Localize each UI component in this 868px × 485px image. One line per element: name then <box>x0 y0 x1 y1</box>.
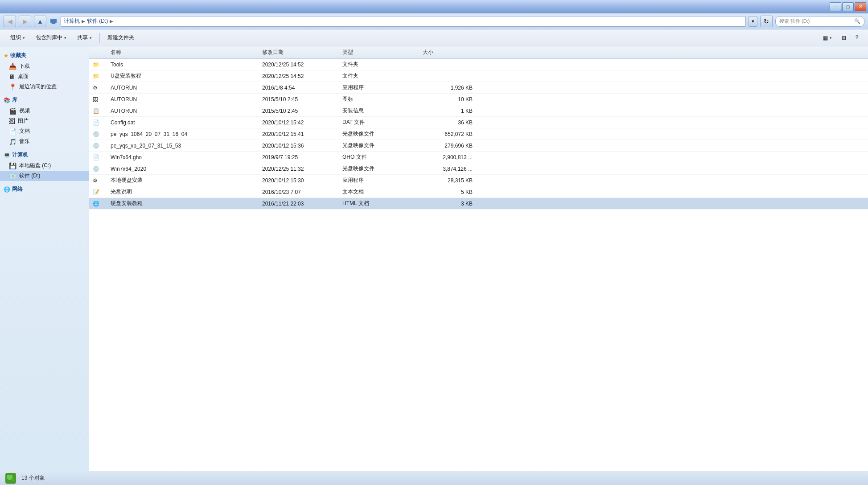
toolbar: 组织 ▾ 包含到库中 ▾ 共享 ▾ 新建文件夹 ▦ ▾ ⊞ ？ <box>0 29 868 46</box>
search-placeholder-text: 搜索 软件 (D:) <box>779 18 810 25</box>
toolbar-separator <box>99 33 100 43</box>
table-row[interactable]: ⚙AUTORUN2016/1/8 4:54应用程序1,926 KB <box>89 82 868 94</box>
table-row[interactable]: 💿pe_yqs_xp_20_07_31_15_532020/10/12 15:3… <box>89 140 868 152</box>
file-type: 文件夹 <box>341 61 421 68</box>
recent-label: 最近访问的位置 <box>19 83 57 90</box>
sidebar-item-video[interactable]: 🎬 视频 <box>0 106 89 116</box>
table-row[interactable]: 📋AUTORUN2015/5/10 2:45安装信息1 KB <box>89 105 868 117</box>
file-type-icon: ⚙ <box>91 177 109 184</box>
file-date: 2020/10/12 15:42 <box>260 119 341 126</box>
help-button[interactable]: ？ <box>851 32 863 44</box>
col-header-type[interactable]: 类型 <box>341 49 421 56</box>
file-name: 硬盘安装教程 <box>109 200 260 207</box>
status-icon <box>5 473 16 484</box>
search-icon: 🔍 <box>854 18 860 24</box>
sidebar-network-section: 🌐 网络 <box>0 184 89 195</box>
address-path[interactable]: 计算机 ▶ 软件 (D:) ▶ <box>61 16 746 27</box>
file-name: Config.dat <box>109 119 260 126</box>
pane-icon: ⊞ <box>842 35 846 41</box>
sidebar: ★ 收藏夹 📥 下载 🖥 桌面 📍 最近访问的位置 📚 库 <box>0 46 89 471</box>
video-icon: 🎬 <box>9 107 16 115</box>
downloads-label: 下载 <box>19 62 30 70</box>
file-type: 光盘映像文件 <box>341 142 421 149</box>
up-button[interactable]: ▲ <box>34 16 46 27</box>
file-name: AUTORUN <box>109 85 260 91</box>
music-label: 音乐 <box>19 138 30 145</box>
table-row[interactable]: 📄Win7x64.gho2019/9/7 19:25GHO 文件2,900,81… <box>89 152 868 163</box>
organize-button[interactable]: 组织 ▾ <box>5 32 30 44</box>
sidebar-item-d-drive[interactable]: 💿 软件 (D:) <box>0 171 89 181</box>
svg-rect-0 <box>50 19 57 23</box>
library-icon: 📚 <box>4 97 10 103</box>
sidebar-item-music[interactable]: 🎵 音乐 <box>0 136 89 147</box>
file-name: 光盘说明 <box>109 188 260 196</box>
sidebar-item-desktop[interactable]: 🖥 桌面 <box>0 71 89 82</box>
library-button[interactable]: 包含到库中 ▾ <box>31 32 71 44</box>
table-row[interactable]: ⚙本地硬盘安装2020/10/12 15:30应用程序28,315 KB <box>89 175 868 186</box>
table-row[interactable]: 📝光盘说明2016/10/23 7:07文本文档5 KB <box>89 186 868 198</box>
address-dropdown-button[interactable]: ▼ <box>749 16 757 27</box>
sidebar-item-recent[interactable]: 📍 最近访问的位置 <box>0 82 89 92</box>
col-header-size[interactable]: 大小 <box>421 49 474 56</box>
forward-button[interactable]: ▶ <box>19 16 31 27</box>
sidebar-item-downloads[interactable]: 📥 下载 <box>0 61 89 71</box>
computer-label: 计算机 <box>12 151 28 159</box>
table-row[interactable]: 📁Tools2020/12/25 14:52文件夹 <box>89 59 868 70</box>
file-type: 光盘映像文件 <box>341 130 421 138</box>
table-row[interactable]: 💿Win7x64_20202020/12/25 11:32光盘映像文件3,874… <box>89 163 868 175</box>
sidebar-library-header[interactable]: 📚 库 <box>0 95 89 106</box>
col-header-name[interactable]: 名称 <box>109 49 260 56</box>
library-label: 包含到库中 <box>36 34 62 41</box>
table-row[interactable]: 📄Config.dat2020/10/12 15:42DAT 文件36 KB <box>89 117 868 128</box>
view-controls: ▦ ▾ ⊞ ？ <box>818 32 863 44</box>
sidebar-item-c-drive[interactable]: 💾 本地磁盘 (C:) <box>0 160 89 171</box>
network-label: 网络 <box>12 185 23 193</box>
sidebar-item-pictures[interactable]: 🖼 图片 <box>0 116 89 126</box>
status-count: 13 个对象 <box>21 474 45 482</box>
file-size: 28,315 KB <box>421 177 474 184</box>
file-date: 2020/12/25 14:52 <box>260 73 341 79</box>
table-row[interactable]: 🖼AUTORUN2015/5/10 2:45图标10 KB <box>89 94 868 105</box>
back-button[interactable]: ◀ <box>4 16 16 27</box>
downloads-icon: 📥 <box>9 63 16 70</box>
path-sep-1: ▶ <box>82 19 85 24</box>
share-dropdown-arrow: ▾ <box>90 36 92 40</box>
new-folder-button[interactable]: 新建文件夹 <box>103 32 139 44</box>
file-name: AUTORUN <box>109 108 260 114</box>
table-row[interactable]: 💿pe_yqs_1064_20_07_31_16_042020/10/12 15… <box>89 128 868 140</box>
view-button[interactable]: ▦ ▾ <box>818 32 837 44</box>
computer-icon <box>49 17 58 26</box>
minimize-button[interactable]: ─ <box>830 2 841 11</box>
sidebar-network-header[interactable]: 🌐 网络 <box>0 184 89 195</box>
search-box[interactable]: 搜索 软件 (D:) 🔍 <box>775 16 864 27</box>
path-drive[interactable]: 软件 (D:) <box>87 17 108 25</box>
favorites-star-icon: ★ <box>4 53 8 59</box>
path-sep-2: ▶ <box>110 19 113 24</box>
refresh-button[interactable]: ↻ <box>760 16 773 27</box>
new-folder-label: 新建文件夹 <box>107 34 134 41</box>
library-label: 库 <box>12 96 17 104</box>
c-drive-label: 本地磁盘 (C:) <box>19 162 51 169</box>
close-button[interactable]: ✕ <box>855 2 866 11</box>
sidebar-favorites-header[interactable]: ★ 收藏夹 <box>0 50 89 61</box>
refresh-icon: ↻ <box>764 18 769 25</box>
maximize-button[interactable]: □ <box>842 2 854 11</box>
table-row[interactable]: 📁U盘安装教程2020/12/25 14:52文件夹 <box>89 70 868 82</box>
file-name: 本地硬盘安装 <box>109 177 260 184</box>
file-date: 2015/5/10 2:45 <box>260 96 341 103</box>
file-name: Win7x64.gho <box>109 154 260 160</box>
share-button[interactable]: 共享 ▾ <box>72 32 97 44</box>
sidebar-item-documents[interactable]: 📄 文档 <box>0 126 89 136</box>
col-header-date[interactable]: 修改日期 <box>260 49 341 56</box>
path-computer[interactable]: 计算机 <box>64 17 80 25</box>
file-type: 应用程序 <box>341 84 421 91</box>
sidebar-computer-header[interactable]: 💻 计算机 <box>0 149 89 160</box>
table-row[interactable]: 🌐硬盘安装教程2016/11/21 22:03HTML 文档3 KB <box>89 198 868 210</box>
file-type: GHO 文件 <box>341 153 421 161</box>
file-size: 5 KB <box>421 189 474 195</box>
pane-button[interactable]: ⊞ <box>839 32 849 44</box>
d-drive-icon: 💿 <box>9 173 16 180</box>
help-icon: ？ <box>854 34 860 41</box>
file-date: 2020/12/25 11:32 <box>260 166 341 172</box>
file-date: 2020/12/25 14:52 <box>260 62 341 68</box>
